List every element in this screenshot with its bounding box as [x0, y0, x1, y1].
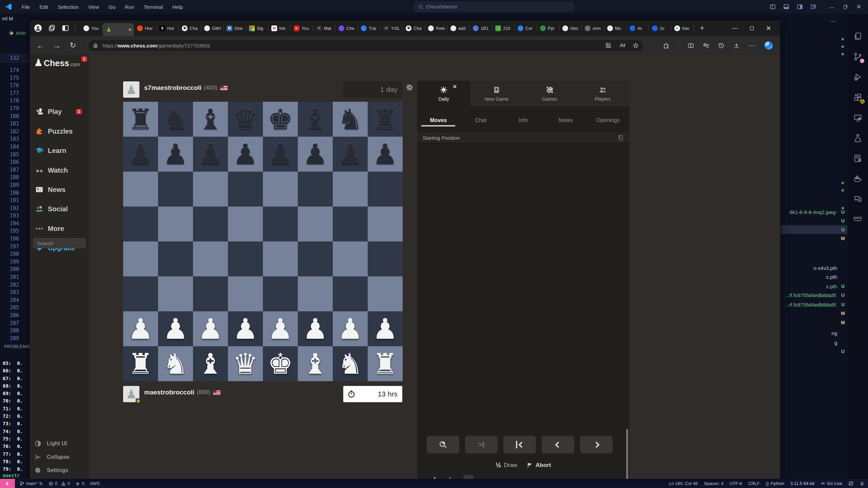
board-square[interactable]: ♝ — [298, 102, 333, 137]
black-piece[interactable]: ♝ — [303, 105, 328, 134]
scm-file-row[interactable]: M — [781, 234, 847, 243]
activity-comments-icon[interactable] — [853, 194, 863, 204]
browser-tab[interactable]: MOne — [224, 20, 246, 36]
browser-tab[interactable]: ☺210 — [492, 20, 515, 36]
board-square[interactable] — [158, 241, 193, 276]
board-square[interactable] — [123, 276, 158, 311]
board-square[interactable] — [193, 172, 228, 207]
chess-logo[interactable]: ♟ Chess.com — [34, 58, 80, 68]
board-square[interactable]: ♟ — [123, 311, 158, 346]
white-piece[interactable]: ♜ — [372, 350, 398, 378]
footer-item-support[interactable]: ?Support — [30, 478, 89, 479]
extensions-puzzle-icon[interactable] — [663, 42, 670, 49]
board-square[interactable] — [298, 172, 333, 207]
menu-item-go[interactable]: Go — [104, 3, 119, 11]
menu-item-selection[interactable]: Selection — [54, 3, 83, 11]
browser-tab[interactable]: XHor — [156, 20, 179, 36]
top-player-avatar[interactable]: ♟ — [123, 81, 139, 98]
white-piece[interactable]: ♛ — [233, 350, 258, 378]
favorites-list-icon[interactable] — [703, 42, 709, 49]
scm-file-row[interactable]: U — [781, 347, 847, 356]
activity-source-control-icon[interactable] — [853, 52, 863, 62]
board-square[interactable]: ♜ — [368, 346, 403, 381]
board-square[interactable]: ♜ — [368, 102, 403, 137]
menu-item-view[interactable]: View — [84, 3, 103, 11]
layout-secondary-sidebar-icon[interactable] — [797, 4, 803, 10]
black-piece[interactable]: ♟ — [303, 140, 328, 169]
scm-file-row[interactable]: U — [781, 225, 847, 234]
board-square[interactable]: ♚ — [263, 102, 298, 137]
chess-board[interactable]: ♜♞♝♛♚♝♞♜♟♟♟♟♟♟♟♟♟♟♟♟♟♟♟♟♜♞♝♛♚♝♞♜ — [123, 102, 403, 381]
collections-icon[interactable] — [605, 42, 612, 48]
browser-tab[interactable]: Ghav — [671, 20, 694, 36]
panel-tab-players[interactable]: Players — [576, 81, 629, 106]
subtab-chat[interactable]: Chat — [460, 115, 502, 126]
sidebar-item-news[interactable]: News — [30, 182, 89, 197]
board-square[interactable]: ♛ — [228, 102, 263, 137]
scm-file-row[interactable]: s.pthU — [781, 282, 847, 291]
board-square[interactable]: ♟ — [333, 311, 368, 346]
browser-tab[interactable]: Hov — [134, 20, 156, 36]
board-square[interactable]: ♟ — [263, 311, 298, 346]
window-minimize-icon[interactable]: — — [829, 4, 835, 10]
previous-move-button[interactable] — [542, 436, 574, 453]
white-piece[interactable]: ♜ — [128, 350, 153, 378]
panel-tab-games[interactable]: Games — [523, 81, 576, 106]
address-bar[interactable]: https://www.chess.com/game/daily/7277035… — [88, 39, 644, 52]
board-square[interactable] — [123, 207, 158, 241]
black-piece[interactable]: ♚ — [268, 105, 293, 134]
bottom-player-avatar[interactable]: ♟ — [123, 386, 139, 402]
sidebar-item-learn[interactable]: Learn — [30, 143, 89, 158]
scm-file-row[interactable]: M — [781, 309, 847, 318]
board-square[interactable]: ♟ — [298, 137, 333, 172]
share-icon[interactable] — [429, 476, 437, 479]
black-piece[interactable]: ♜ — [128, 105, 153, 134]
variations-button[interactable] — [465, 436, 498, 453]
browser-tab[interactable]: Cor — [515, 20, 537, 36]
white-piece[interactable]: ♞ — [163, 350, 188, 378]
split-screen-icon[interactable] — [688, 42, 694, 49]
board-square[interactable]: ♟ — [228, 311, 263, 346]
activity-aws-icon[interactable]: aws — [853, 213, 863, 223]
board-square[interactable]: ♟ — [193, 311, 228, 346]
subtab-openings[interactable]: Openings — [587, 115, 629, 126]
white-piece[interactable]: ♟ — [268, 315, 293, 343]
status-crlf[interactable]: CRLF — [748, 481, 760, 486]
browser-minimize-icon[interactable]: — — [732, 25, 738, 31]
openings-book-icon[interactable] — [618, 135, 624, 141]
board-square[interactable]: ♝ — [193, 346, 228, 381]
black-piece[interactable]: ♛ — [233, 105, 258, 134]
board-square[interactable] — [368, 276, 403, 311]
footer-item-collapse[interactable]: Collapse — [30, 452, 89, 463]
status-spaces-4[interactable]: Spaces: 4 — [704, 481, 724, 486]
board-square[interactable] — [228, 241, 263, 276]
status-utf-8[interactable]: UTF-8 — [730, 481, 742, 486]
analysis-button[interactable] — [427, 436, 459, 453]
browser-tab[interactable]: ✳Cha — [403, 20, 425, 36]
remote-indicator[interactable] — [0, 479, 15, 488]
board-square[interactable] — [228, 172, 263, 207]
status-python[interactable]: {}Python — [766, 481, 784, 486]
read-aloud-icon[interactable] — [619, 42, 625, 48]
editor-file-tab[interactable]: auto — [9, 30, 26, 36]
board-square[interactable]: ♝ — [298, 346, 333, 381]
browser-tab[interactable]: 1B1 — [470, 20, 492, 36]
board-square[interactable] — [263, 172, 298, 207]
white-piece[interactable]: ♟ — [303, 315, 328, 343]
board-square[interactable] — [193, 241, 228, 276]
forward-icon[interactable]: → — [51, 40, 62, 51]
white-piece[interactable]: ♝ — [198, 350, 223, 378]
browser-tab[interactable]: Che — [335, 20, 358, 36]
history-icon[interactable] — [718, 42, 725, 49]
board-square[interactable]: ♟ — [263, 137, 298, 172]
white-piece[interactable]: ♟ — [163, 315, 188, 343]
activity-testing-icon[interactable] — [853, 133, 863, 143]
abort-button[interactable]: Abort — [527, 462, 551, 469]
board-square[interactable]: ♟ — [368, 137, 403, 172]
sidebar-item-puzzles[interactable]: Puzzles — [30, 124, 89, 139]
browser-tab-active[interactable]: ♟✕ — [103, 23, 134, 36]
browser-tab[interactable]: Mo — [604, 20, 626, 36]
prettier-slash-icon[interactable] — [848, 481, 853, 486]
top-player-name[interactable]: s7maestrobroccoli — [144, 84, 201, 92]
activity-remote-icon[interactable] — [853, 113, 863, 123]
